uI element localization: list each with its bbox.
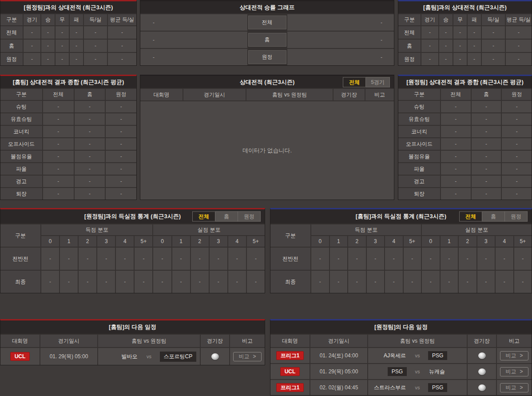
stat-cell: - xyxy=(228,248,246,270)
stadium-ball-icon[interactable] xyxy=(478,384,486,391)
subcol-header-cell: 0 xyxy=(153,236,171,247)
tab[interactable]: 홈 xyxy=(482,212,505,222)
header-cell: 대회명 xyxy=(270,335,310,347)
stat-cell: - xyxy=(477,248,495,270)
datetime-cell: 01. 29(목) 05:00 xyxy=(40,348,97,365)
stat-cell: - xyxy=(441,271,458,293)
row-label: 유효슈팅 xyxy=(0,113,42,125)
teams-cell: 스트라스부르 vs PSG xyxy=(368,380,467,395)
header-cell: 평균 득/실 xyxy=(108,14,136,25)
tab[interactable]: 홈 xyxy=(215,212,238,222)
home-winrate-value: - xyxy=(140,32,247,48)
stat-cell: - xyxy=(385,271,403,293)
table-row: 슈팅 --- xyxy=(398,101,532,112)
header-cell: 홈팀 vs 원정팀 xyxy=(368,335,467,347)
corner-header-cell: 구분 xyxy=(0,224,40,247)
schedule-row: UCL 01. 29(목) 05:00 빌바오 vs 스포르팅CP xyxy=(0,348,265,365)
tab[interactable]: 전체 xyxy=(192,212,215,222)
table-header-row: 대회명경기일시홈팀 vs 원정팀경기장비고 xyxy=(0,335,265,347)
row-label: 경고 xyxy=(0,176,42,187)
subcol-header-cell: 2 xyxy=(191,236,209,247)
compare-button[interactable]: 비교 > xyxy=(500,383,528,392)
header-cell: 홈 xyxy=(75,89,105,100)
teams-cell: PSG vs 뉴캐슬 xyxy=(368,364,467,379)
row-label: 퇴장 xyxy=(398,188,440,200)
stat-cell: - xyxy=(75,126,105,137)
home-winrate-value: - xyxy=(140,14,247,31)
table-row: 파울 --- xyxy=(0,163,136,175)
chevron-right-icon: > xyxy=(520,352,523,359)
panel-summary-away: [원정팀] 상대전적 결과 종합 (최근3시즌 평균) 구분전체홈원정 슈팅 -… xyxy=(398,75,532,200)
stat-cell: - xyxy=(70,53,83,65)
stadium-ball-icon[interactable] xyxy=(478,368,486,375)
table-row: 홈 ------ xyxy=(398,40,532,52)
stat-cell: - xyxy=(153,271,171,293)
stadium-ball-icon[interactable] xyxy=(211,353,219,360)
league-badge: 프리그1 xyxy=(276,383,304,392)
row-label: 코너킥 xyxy=(398,126,440,137)
compare-button[interactable]: 비교 > xyxy=(233,352,261,361)
stat-cell: - xyxy=(116,248,134,270)
stadium-ball-icon[interactable] xyxy=(478,352,486,359)
stat-cell: - xyxy=(506,53,532,65)
table-row: 오프사이드 --- xyxy=(0,138,136,150)
panel-title: [원정팀]과의 상대전적 (최근3시즌) xyxy=(0,1,136,13)
stat-cell: - xyxy=(496,271,513,293)
stat-cell: - xyxy=(506,40,532,52)
home-team-name: PSG xyxy=(388,367,407,376)
compare-button[interactable]: 비교 > xyxy=(500,367,528,376)
panel-title: [원정팀] 상대전적 결과 종합 (최근3시즌 평균) xyxy=(398,76,532,88)
home-team-name: 빌바오 xyxy=(121,352,139,362)
home-team: PSG xyxy=(388,367,407,376)
away-team: 뉴캐슬 xyxy=(428,367,446,377)
stat-cell: - xyxy=(75,176,105,187)
table-header-row: 구분전체홈원정 xyxy=(0,89,136,100)
panel-title-text: 상대전적 승률 그래프 xyxy=(239,4,294,12)
row-label: 전반전 xyxy=(0,248,40,270)
table-row: 파울 --- xyxy=(398,163,532,175)
tab[interactable]: 전체 xyxy=(459,212,482,222)
stat-cell: - xyxy=(422,248,440,270)
header-cell: 원정 xyxy=(106,89,136,100)
stat-cell: - xyxy=(468,53,481,65)
home-winrate-value: - xyxy=(140,49,247,65)
header-cell: 대회명 xyxy=(140,89,183,100)
vs-label: vs xyxy=(415,369,420,374)
away-team-name: PSG xyxy=(428,351,447,360)
tab[interactable]: 5경기 xyxy=(366,77,390,87)
panel-h2h-vs-home: [홈팀]과의 상대전적 (최근3시즌) 구분경기승무패득/실평균 득/실 전체 … xyxy=(398,0,532,66)
subcol-header-cell: 3 xyxy=(97,236,115,247)
stat-cell: - xyxy=(106,151,136,162)
tab[interactable]: 원정 xyxy=(238,212,261,222)
header-cell: 전체 xyxy=(441,89,471,100)
h2h-away-table: 구분경기승무패득/실평균 득/실 전체 ------ 홈 ------ xyxy=(0,14,136,65)
stat-cell: - xyxy=(502,151,532,162)
stat-cell: - xyxy=(60,248,78,270)
stat-cell: - xyxy=(247,271,265,293)
compare-button[interactable]: 비교 > xyxy=(500,351,528,360)
stat-cell: - xyxy=(439,26,453,39)
stat-cell: - xyxy=(108,53,136,65)
stat-cell: - xyxy=(172,271,190,293)
stat-cell: - xyxy=(514,248,532,270)
header-cell: 홈 xyxy=(472,89,501,100)
stat-cell: - xyxy=(502,176,532,187)
group-header-cell: 득점 분포 xyxy=(311,224,421,235)
away-team: PSG xyxy=(428,351,447,360)
tab[interactable]: 전체 xyxy=(343,77,366,87)
row-label: 최종 xyxy=(0,271,40,293)
stat-cell: - xyxy=(24,40,40,52)
tab[interactable]: 원정 xyxy=(505,212,528,222)
stat-cell: - xyxy=(472,176,501,187)
stat-cell: - xyxy=(43,163,74,175)
subcol-header-cell: 1 xyxy=(330,236,348,247)
panel-title-text: 상대전적 (최근3시즌) xyxy=(240,78,295,86)
stat-cell: - xyxy=(106,126,136,137)
away-winrate-value: - xyxy=(287,14,394,31)
stat-cell: - xyxy=(453,40,467,52)
stat-cell: - xyxy=(56,40,69,52)
header-cell: 패 xyxy=(70,14,83,25)
stat-cell: - xyxy=(43,151,74,162)
stat-cell: - xyxy=(228,271,246,293)
teams-cell: 빌바오 vs 스포르팅CP xyxy=(98,348,200,365)
